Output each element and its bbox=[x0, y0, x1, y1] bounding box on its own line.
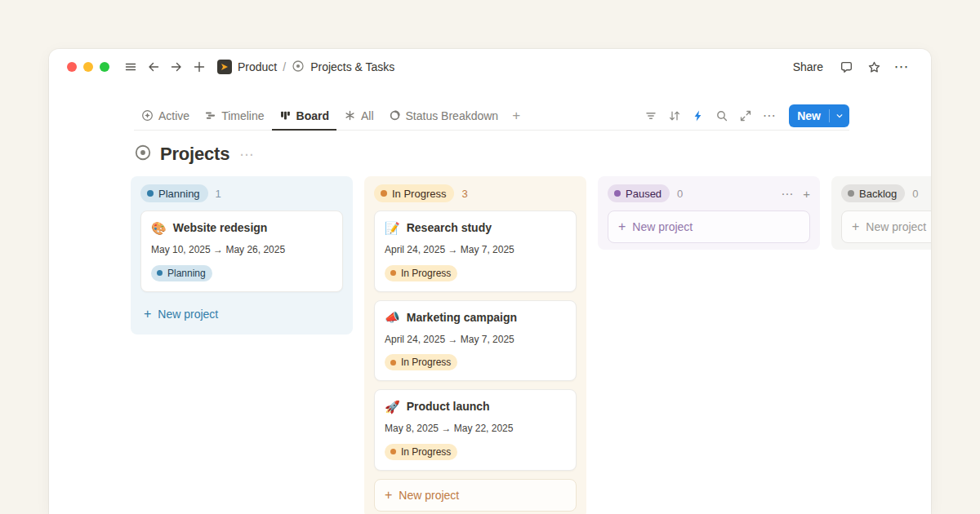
plus-icon: + bbox=[618, 220, 626, 233]
app-window: Product / Projects & Tasks Share ⋯ bbox=[49, 49, 931, 514]
plus-icon: + bbox=[803, 187, 810, 201]
plus-icon bbox=[193, 60, 206, 73]
share-button[interactable]: Share bbox=[786, 57, 830, 77]
breadcrumb-page[interactable]: Projects & Tasks bbox=[310, 60, 394, 73]
board-column-paused: Paused 0 ⋯ + + New project bbox=[598, 176, 820, 250]
expand-button[interactable] bbox=[735, 105, 756, 126]
sidebar-toggle-button[interactable] bbox=[119, 55, 142, 78]
tab-all[interactable]: All bbox=[336, 101, 381, 131]
workspace-logo-icon[interactable] bbox=[217, 60, 232, 74]
project-card[interactable]: 🚀 Product launch May 8, 2025 → May 22, 2… bbox=[374, 389, 577, 471]
expand-diagonal-icon bbox=[739, 109, 752, 122]
asterisk-icon bbox=[344, 109, 356, 122]
board-column-in-progress: In Progress 3 📝 Research study April 24,… bbox=[364, 176, 586, 514]
column-add-button[interactable]: + bbox=[803, 188, 810, 200]
star-icon bbox=[867, 60, 881, 74]
tab-board[interactable]: Board bbox=[272, 101, 336, 131]
view-tabs-bar: Active Timeline Board All Status Breakdo… bbox=[134, 101, 849, 131]
tab-label: Timeline bbox=[221, 109, 264, 122]
column-menu-button[interactable]: ⋯ bbox=[781, 188, 793, 200]
add-project-button[interactable]: + New project bbox=[140, 300, 343, 328]
lightning-bolt-icon bbox=[692, 109, 705, 122]
card-title: Marketing campaign bbox=[407, 311, 517, 324]
view-actions: ⋯ New bbox=[640, 104, 849, 127]
column-status-pill[interactable]: Paused bbox=[608, 184, 670, 202]
column-status-pill[interactable]: Planning bbox=[140, 184, 208, 202]
search-button[interactable] bbox=[711, 105, 733, 126]
tab-label: Status Breakdown bbox=[406, 109, 499, 122]
card-emoji-icon: 📝 bbox=[385, 222, 400, 234]
page-title[interactable]: Projects bbox=[160, 144, 229, 165]
project-card[interactable]: 📝 Research study April 24, 2025 → May 7,… bbox=[374, 210, 577, 292]
comment-icon bbox=[840, 60, 853, 74]
traffic-lights bbox=[67, 62, 109, 72]
tab-label: Board bbox=[296, 109, 329, 122]
column-status-pill[interactable]: In Progress bbox=[374, 184, 454, 202]
ellipsis-icon: ⋯ bbox=[763, 108, 777, 123]
new-page-button[interactable] bbox=[188, 55, 211, 78]
kanban-board: Planning 1 🎨 Website redesign May 10, 20… bbox=[49, 176, 931, 514]
tab-status-breakdown[interactable]: Status Breakdown bbox=[381, 101, 506, 131]
card-date-range: May 10, 2025 → May 26, 2025 bbox=[151, 244, 332, 255]
breadcrumb: Product / Projects & Tasks bbox=[217, 60, 394, 75]
new-button[interactable]: New bbox=[789, 109, 829, 122]
comments-button[interactable] bbox=[835, 55, 858, 78]
back-button[interactable] bbox=[142, 55, 165, 78]
status-dot-icon bbox=[848, 190, 854, 197]
board-column-planning: Planning 1 🎨 Website redesign May 10, 20… bbox=[131, 176, 353, 335]
status-badge: In Progress bbox=[385, 444, 457, 460]
card-status: Planning bbox=[151, 264, 332, 281]
column-header: Planning 1 bbox=[140, 183, 343, 204]
new-dropdown-button[interactable] bbox=[830, 112, 849, 120]
tab-active[interactable]: Active bbox=[134, 101, 197, 131]
card-title: Product launch bbox=[407, 400, 490, 413]
view-tabs: Active Timeline Board All Status Breakdo… bbox=[134, 101, 527, 131]
column-header: Backlog 0 bbox=[841, 183, 931, 204]
card-title: Website redesign bbox=[173, 221, 268, 234]
column-status-pill[interactable]: Backlog bbox=[841, 184, 905, 202]
forward-button[interactable] bbox=[165, 55, 188, 78]
ellipsis-icon: ⋯ bbox=[239, 147, 254, 162]
automations-button[interactable] bbox=[688, 105, 709, 126]
project-card[interactable]: 🎨 Website redesign May 10, 2025 → May 26… bbox=[140, 210, 343, 292]
plus-icon: + bbox=[512, 108, 520, 124]
column-header: In Progress 3 bbox=[374, 183, 577, 204]
board-icon bbox=[279, 109, 292, 122]
hamburger-icon bbox=[124, 60, 137, 73]
column-name: Backlog bbox=[859, 188, 897, 200]
add-project-button[interactable]: + New project bbox=[608, 210, 810, 243]
card-status: In Progress bbox=[385, 354, 566, 371]
more-options-button[interactable]: ⋯ bbox=[890, 55, 913, 78]
add-view-button[interactable]: + bbox=[506, 101, 527, 131]
page-title-row: Projects ⋯ bbox=[134, 144, 849, 165]
desktop-background: Product / Projects & Tasks Share ⋯ bbox=[0, 0, 980, 514]
timeline-icon bbox=[204, 109, 216, 122]
plus-icon: + bbox=[852, 220, 859, 233]
filter-button[interactable] bbox=[640, 105, 662, 126]
favorite-button[interactable] bbox=[862, 55, 885, 78]
card-emoji-icon: 🚀 bbox=[385, 401, 400, 413]
sort-button[interactable] bbox=[664, 105, 685, 126]
project-card[interactable]: 📣 Marketing campaign April 24, 2025 → Ma… bbox=[374, 300, 577, 382]
close-window-button[interactable] bbox=[67, 62, 77, 72]
column-header-actions: ⋯ + bbox=[781, 188, 810, 200]
card-title-row: 🎨 Website redesign bbox=[151, 221, 332, 234]
column-count: 0 bbox=[677, 188, 683, 200]
add-project-button[interactable]: + New project bbox=[841, 210, 931, 243]
minimize-window-button[interactable] bbox=[83, 62, 93, 72]
zoom-window-button[interactable] bbox=[100, 62, 109, 72]
breadcrumb-separator: / bbox=[283, 60, 286, 73]
filter-icon bbox=[644, 109, 657, 122]
card-status: In Progress bbox=[385, 443, 566, 460]
card-date-range: April 24, 2025 → May 7, 2025 bbox=[385, 334, 566, 345]
arrow-right-icon bbox=[170, 60, 183, 73]
view-options-button[interactable]: ⋯ bbox=[759, 105, 780, 126]
add-project-button[interactable]: + New project bbox=[374, 479, 577, 512]
status-dot-icon bbox=[381, 190, 387, 197]
card-emoji-icon: 🎨 bbox=[151, 222, 167, 234]
column-count: 3 bbox=[461, 188, 467, 200]
page-title-menu-button[interactable]: ⋯ bbox=[239, 146, 254, 163]
tab-timeline[interactable]: Timeline bbox=[197, 101, 271, 131]
column-count: 1 bbox=[216, 188, 221, 200]
breadcrumb-workspace[interactable]: Product bbox=[238, 60, 277, 73]
